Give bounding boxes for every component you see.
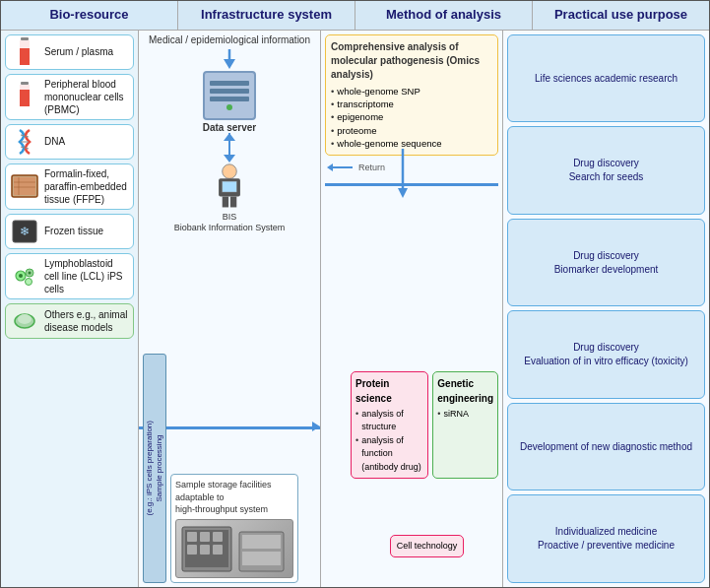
omics-items: •whole-genome SNP•transcriptome•epigenom… <box>331 85 492 150</box>
bio-item-frozen: ❄ Frozen tissue <box>5 214 134 249</box>
svg-rect-4 <box>21 82 29 85</box>
vertical-arrow-omics <box>395 149 411 198</box>
storage-equipment-img <box>175 519 293 578</box>
practical-life-sciences: Life sciences academic research <box>507 34 705 123</box>
genetic-box: Genetic engineering •siRNA <box>432 371 498 480</box>
omics-title: Comprehensive analysis of molecular path… <box>331 40 492 82</box>
ffpe-label: Formalin-fixed, paraffin-embedded tissue… <box>44 167 128 206</box>
svg-point-23 <box>18 314 32 324</box>
return-arrow-svg <box>325 160 355 175</box>
frozen-label: Frozen tissue <box>44 225 103 237</box>
bio-column: Serum / plasma Peripheral blood mononucl… <box>1 31 139 587</box>
sample-storage-label: Sample storage facilities adaptable to h… <box>175 480 272 514</box>
h-arrow-head <box>312 422 320 431</box>
med-info-label: Medical / epidemiological information <box>149 34 310 45</box>
svg-point-19 <box>26 279 32 286</box>
svg-rect-41 <box>213 545 223 555</box>
protein-item-text: analysis of function (antibody drug) <box>361 434 423 475</box>
practical-invitro: Drug discovery Evaluation of in vitro ef… <box>507 310 705 399</box>
ips-icon <box>11 262 38 290</box>
serum-label: Serum / plasma <box>44 45 113 58</box>
svg-marker-28 <box>224 133 235 141</box>
protein-item: •analysis of function (antibody drug) <box>355 434 423 475</box>
bullet: • <box>331 124 334 137</box>
return-area: Return <box>325 160 498 175</box>
method-h-arrow <box>325 183 498 186</box>
bis-figure <box>203 163 256 212</box>
svg-marker-27 <box>224 155 235 163</box>
omics-item-text: proteome <box>337 124 376 137</box>
others-label: Others e.g., animal disease models <box>44 308 128 334</box>
sample-processing-vertical: Sample processing (e.g.: iPS cells prepa… <box>143 354 166 583</box>
svg-point-20 <box>19 274 23 278</box>
bullet: • <box>331 98 334 110</box>
svg-rect-44 <box>242 552 281 565</box>
bio-item-pbmc: Peripheral blood mononuclear cells (PBMC… <box>5 74 134 120</box>
svg-point-29 <box>223 164 237 179</box>
content-row: Serum / plasma Peripheral blood mononucl… <box>1 31 709 587</box>
dna-label: DNA <box>44 135 65 148</box>
protein-box: Protein science •analysis of structure•a… <box>351 371 428 480</box>
bio-item-others: Others e.g., animal disease models <box>5 303 134 339</box>
others-icon <box>11 307 38 335</box>
header-infra: Infrastructure system <box>178 1 355 30</box>
bio-item-dna: DNA <box>5 124 134 160</box>
pbmc-icon <box>11 83 38 110</box>
svg-rect-40 <box>200 545 210 555</box>
genetic-title: Genetic engineering <box>437 376 493 406</box>
practical-individualized: Individualized medicine Proactive / prev… <box>507 494 705 583</box>
svg-rect-39 <box>187 545 197 555</box>
bullet: • <box>331 110 334 123</box>
cell-tech-box: Cell technology <box>390 535 464 558</box>
practical-biomarker: Drug discovery Biomarker development <box>507 219 705 307</box>
svg-rect-6 <box>20 85 30 90</box>
practical-drug-seeds: Drug discovery Search for seeds <box>507 126 705 215</box>
svg-marker-25 <box>224 59 235 69</box>
return-label: Return <box>358 163 385 172</box>
frozen-icon: ❄ <box>11 218 38 245</box>
omics-item-text: whole-genome SNP <box>337 85 420 98</box>
svg-marker-48 <box>398 188 408 198</box>
cell-tech-label: Cell technology <box>397 541 458 551</box>
protein-item: •analysis of structure <box>355 408 423 434</box>
protein-items: •analysis of structure•analysis of funct… <box>355 408 423 475</box>
sample-storage-area: Sample storage facilities adaptable to h… <box>170 470 316 583</box>
pbmc-label: Peripheral blood mononuclear cells (PBMC… <box>44 78 128 116</box>
bis-label: BIS Biobank Information System <box>174 212 286 233</box>
bullet: • <box>331 85 334 98</box>
bullet: • <box>331 137 334 150</box>
omics-item: •epigenome <box>331 110 492 123</box>
omics-item-text: epigenome <box>337 110 383 123</box>
svg-text:❄: ❄ <box>20 225 30 238</box>
infra-column: Medical / epidemiological information Da… <box>139 31 321 587</box>
omics-item: •proteome <box>331 124 492 137</box>
practical-diagnostic: Development of new diagnostic method <box>507 403 705 491</box>
svg-rect-31 <box>223 181 237 192</box>
ips-label: Lymphoblastoid cell line (LCL) iPS cells <box>44 257 128 295</box>
protein-genetic-row: Protein science •analysis of structure•a… <box>351 371 498 480</box>
omics-item: •transcriptome <box>331 98 492 110</box>
sample-storage-box: Sample storage facilities adaptable to h… <box>170 474 298 583</box>
genetic-items: •siRNA <box>437 408 493 422</box>
serum-icon <box>11 38 38 66</box>
practical-column: Life sciences academic research Drug dis… <box>503 31 709 587</box>
header-practical: Practical use purpose <box>533 1 709 30</box>
header-method: Method of analysis <box>355 1 533 30</box>
bio-item-serum: Serum / plasma <box>5 34 134 70</box>
svg-rect-37 <box>200 532 210 542</box>
ffpe-icon <box>11 172 38 200</box>
omics-item: •whole-genome sequence <box>331 137 492 150</box>
data-server-label: Data server <box>203 122 256 133</box>
main-container: Bio-resource Infrastructure system Metho… <box>0 0 710 588</box>
bio-item-ips: Lymphoblastoid cell line (LCL) iPS cells <box>5 253 134 299</box>
svg-rect-0 <box>21 37 29 40</box>
header-row: Bio-resource Infrastructure system Metho… <box>1 1 709 31</box>
genetic-item-text: siRNA <box>443 408 469 422</box>
dna-icon <box>11 128 38 156</box>
protein-item-text: analysis of structure <box>361 408 423 434</box>
svg-rect-43 <box>242 535 281 549</box>
svg-rect-38 <box>213 532 223 542</box>
bio-item-ffpe: Formalin-fixed, paraffin-embedded tissue… <box>5 163 134 210</box>
arrow-down-med <box>210 49 249 69</box>
svg-rect-3 <box>20 60 30 65</box>
